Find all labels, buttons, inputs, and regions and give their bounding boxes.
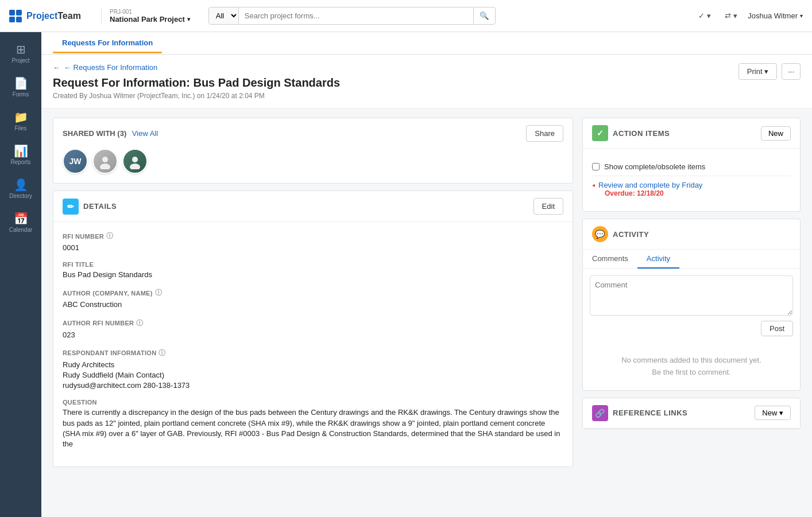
rfi-number-label: RFI Number ⓘ	[63, 231, 563, 241]
comment-textarea[interactable]	[590, 275, 793, 316]
rfi-title-value: Bus Pad Design Standards	[63, 270, 563, 280]
checkmark-menu[interactable]: ✓ ▾	[695, 9, 714, 22]
avatar: JW	[63, 149, 88, 174]
ellipsis-icon: ···	[788, 67, 794, 76]
reference-links-card: 🔗 REFERENCE LINKS New ▾	[582, 398, 801, 429]
checkmark-box-icon: ✓	[592, 125, 608, 141]
help-icon-2[interactable]: ⓘ	[155, 288, 162, 298]
project-icon: ⊞	[16, 44, 26, 55]
breadcrumb[interactable]: ← ← Requests For Information	[53, 63, 340, 72]
search-filter-select[interactable]: All	[209, 7, 239, 24]
question-field: Question There is currently a discrepanc…	[63, 399, 563, 449]
checkmark-icon: ✓	[698, 11, 705, 20]
sub-navigation: Requests For Information	[41, 32, 812, 55]
help-icon-4[interactable]: ⓘ	[158, 348, 165, 358]
page-header-actions: Print ▾ ···	[738, 63, 801, 80]
project-name[interactable]: National Park Project ▾	[110, 15, 190, 24]
main-content: Requests For Information ← ← Requests Fo…	[41, 32, 812, 517]
shared-with-card: SHARED WITH (3) View All Share JW	[53, 118, 573, 184]
post-button[interactable]: Post	[761, 321, 793, 336]
print-button[interactable]: Print ▾	[738, 63, 777, 80]
logo-text: ProjectTeam	[26, 11, 81, 21]
chat-icon: 💬	[592, 226, 608, 242]
respondant-field: Respondant Information ⓘ Rudy Architects…	[63, 348, 563, 391]
action-items-header: ✓ ACTION ITEMS New	[583, 118, 800, 149]
link-icon: 🔗	[592, 405, 608, 421]
user-name: Joshua Witmer	[748, 11, 798, 20]
reference-links-title: 🔗 REFERENCE LINKS	[592, 405, 687, 421]
help-icon[interactable]: ⓘ	[106, 231, 113, 241]
reference-links-header: 🔗 REFERENCE LINKS New ▾	[583, 398, 800, 429]
comment-section: Post	[583, 269, 800, 343]
details-header: ✏ DETAILS Edit	[53, 191, 573, 222]
sidebar-item-files[interactable]: 📁 Files	[0, 104, 41, 138]
sidebar-item-calendar[interactable]: 📅 Calendar	[0, 206, 41, 240]
user-arrow: ▾	[800, 13, 803, 19]
sidebar-item-reports[interactable]: 📊 Reports	[0, 138, 41, 172]
share-button[interactable]: Share	[526, 125, 563, 142]
author-rfi-number-field: Author RFI Number ⓘ 023	[63, 318, 563, 340]
sidebar: ⊞ Project 📄 Forms 📁 Files 📊 Reports 👤 Di…	[0, 32, 41, 517]
shuffle-icon: ⇄	[725, 11, 731, 20]
new-reference-link-button[interactable]: New ▾	[755, 406, 791, 420]
respondant-value: Rudy ArchitectsRudy Suddfield (Main Cont…	[63, 360, 563, 391]
reports-icon: 📊	[14, 145, 28, 157]
rfi-title-label: RFI Title	[63, 261, 563, 268]
search-button[interactable]: 🔍	[473, 8, 495, 24]
svg-point-1	[100, 164, 110, 169]
logo[interactable]: ProjectTeam	[9, 10, 90, 22]
action-items-title: ✓ ACTION ITEMS	[592, 125, 670, 141]
calendar-icon: 📅	[14, 213, 28, 224]
no-comments-message: No comments added to this document yet. …	[583, 343, 800, 390]
chevron-icon: ◂	[592, 182, 595, 188]
edit-button[interactable]: Edit	[533, 198, 563, 215]
author-company-value: ABC Construction	[63, 300, 563, 310]
details-card: ✏ DETAILS Edit RFI Number ⓘ 0001	[53, 191, 573, 467]
activity-body: Comments Activity Post	[583, 250, 800, 390]
project-id: PRJ-001	[110, 9, 190, 15]
activity-header: 💬 ACTIVITY	[583, 219, 800, 250]
rfi-number-value: 0001	[63, 243, 563, 253]
rfi-title-field: RFI Title Bus Pad Design Standards	[63, 261, 563, 280]
page-title: Request For Information: Bus Pad Design …	[53, 76, 340, 90]
search-input[interactable]	[239, 8, 473, 24]
sidebar-item-directory[interactable]: 👤 Directory	[0, 172, 41, 206]
logo-icon	[9, 10, 22, 22]
details-body: RFI Number ⓘ 0001 RFI Title Bus Pad Desi…	[53, 222, 573, 467]
action-item-title[interactable]: Review and complete by Friday	[598, 181, 702, 189]
svg-point-2	[132, 157, 138, 162]
more-actions-button[interactable]: ···	[782, 63, 801, 80]
details-title: ✏ DETAILS	[63, 199, 117, 215]
view-all-link[interactable]: View All	[132, 129, 158, 138]
sidebar-item-project[interactable]: ⊞ Project	[0, 37, 41, 71]
page-header-left: ← ← Requests For Information Request For…	[53, 63, 340, 100]
question-value: There is currently a discrepancy in the …	[63, 407, 563, 449]
action-items-body: Show complete/obsolete items ◂ Review an…	[583, 149, 800, 211]
author-company-label: Author (Company, Name) ⓘ	[63, 288, 563, 298]
activity-card: 💬 ACTIVITY Comments Activity	[582, 219, 801, 391]
overdue-label: Overdue: 12/18/20	[605, 189, 791, 197]
author-company-field: Author (Company, Name) ⓘ ABC Constructio…	[63, 288, 563, 310]
author-rfi-number-value: 023	[63, 330, 563, 340]
page-body: SHARED WITH (3) View All Share JW	[41, 108, 812, 517]
left-column: SHARED WITH (3) View All Share JW	[53, 118, 573, 508]
show-complete-label: Show complete/obsolete items	[604, 162, 705, 171]
rfi-number-field: RFI Number ⓘ 0001	[63, 231, 563, 253]
sidebar-item-forms[interactable]: 📄 Forms	[0, 71, 41, 104]
tab-comments[interactable]: Comments	[583, 250, 637, 269]
shared-with-header: SHARED WITH (3) View All Share	[53, 118, 573, 149]
topnav-right: ✓ ▾ ⇄ ▾ Joshua Witmer ▾	[695, 9, 803, 22]
help-icon-3[interactable]: ⓘ	[136, 318, 143, 328]
subnav-tab-rfi[interactable]: Requests For Information	[53, 34, 162, 53]
show-complete-row: Show complete/obsolete items	[592, 158, 791, 176]
activity-tabs: Comments Activity	[583, 250, 800, 269]
user-menu[interactable]: Joshua Witmer ▾	[748, 11, 803, 20]
breadcrumb-arrow: ←	[53, 63, 60, 72]
show-complete-checkbox[interactable]	[592, 163, 600, 170]
checkmark-arrow: ▾	[707, 11, 711, 20]
new-action-item-button[interactable]: New	[761, 126, 791, 141]
tab-activity[interactable]: Activity	[637, 250, 679, 269]
shared-with-label: SHARED WITH (3) View All	[63, 129, 158, 138]
svg-point-0	[102, 157, 108, 162]
shuffle-menu[interactable]: ⇄ ▾	[721, 9, 741, 22]
